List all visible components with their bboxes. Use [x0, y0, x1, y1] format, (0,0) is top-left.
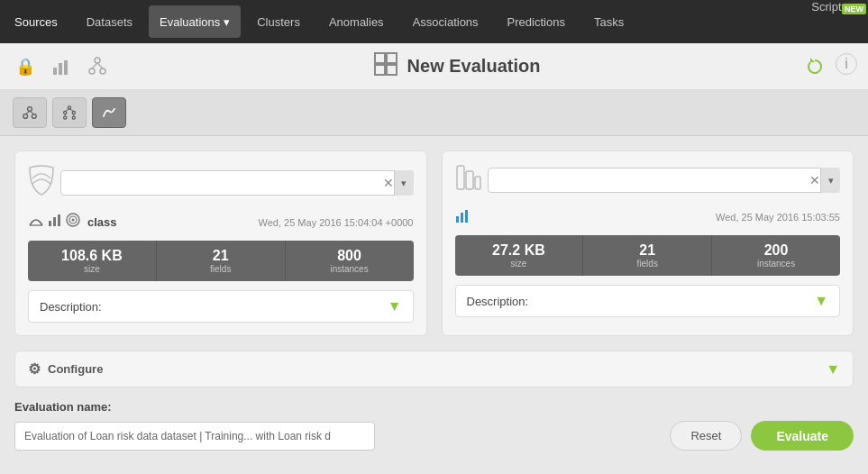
svg-point-17 — [68, 106, 70, 109]
reset-button[interactable]: Reset — [670, 421, 742, 451]
svg-rect-37 — [461, 213, 463, 223]
svg-point-3 — [95, 58, 100, 63]
nav-clusters[interactable]: Clusters — [242, 0, 315, 43]
sub-btn-node-graph[interactable] — [13, 97, 47, 128]
svg-line-22 — [65, 109, 69, 111]
title-grid-icon — [373, 51, 398, 82]
lock-icon[interactable]: 🔒 — [11, 52, 40, 81]
svg-point-12 — [28, 107, 32, 112]
nav-evaluations[interactable]: Evaluations ▾ — [149, 5, 241, 38]
nav-anomalies[interactable]: Anomalies — [315, 0, 398, 43]
left-dataset-input[interactable]: Loan risk data dataset | Training (80%)'… — [60, 170, 414, 196]
svg-line-6 — [92, 63, 97, 68]
svg-rect-27 — [49, 221, 51, 226]
left-clear-button[interactable]: ✕ — [383, 176, 394, 190]
sub-btn-hierarchy[interactable] — [52, 97, 87, 128]
right-stat-fields: 21 fields — [583, 235, 712, 276]
right-dataset-icon — [455, 164, 482, 196]
right-size-value: 27.2 KB — [459, 242, 580, 259]
right-dropdown-button[interactable]: ▾ — [820, 168, 840, 193]
svg-point-21 — [72, 116, 75, 119]
svg-point-5 — [100, 68, 105, 74]
eval-name-input[interactable] — [14, 422, 375, 451]
svg-point-18 — [64, 111, 67, 114]
left-desc-arrow: ▼ — [388, 298, 402, 314]
svg-line-15 — [25, 111, 30, 114]
left-dataset-selector[interactable]: Loan risk data dataset | Training (80%)'… — [60, 170, 414, 196]
svg-rect-10 — [375, 65, 385, 75]
sub-btn-curve[interactable] — [92, 97, 126, 128]
page-title: New Evaluation — [407, 56, 541, 77]
right-bar-icon[interactable] — [455, 207, 471, 226]
new-badge: NEW — [842, 4, 866, 14]
left-instances-label: instances — [289, 264, 410, 274]
svg-line-16 — [30, 111, 34, 114]
evaluate-button[interactable]: Evaluate — [751, 421, 854, 451]
right-desc-arrow: ▼ — [814, 293, 828, 309]
configure-label: Configure — [48, 362, 103, 376]
right-size-label: size — [459, 259, 580, 269]
configure-expand-arrow: ▼ — [826, 361, 840, 378]
left-description-label: Description: — [40, 300, 102, 314]
gear-icon: ⚙ — [28, 360, 41, 378]
configure-section[interactable]: ⚙ Configure ▼ — [14, 351, 854, 387]
right-fields-label: fields — [587, 259, 708, 269]
page-title-area: New Evaluation — [119, 51, 794, 82]
left-card-meta: class Wed, 25 May 2016 15:04:04 +0000 — [28, 213, 414, 232]
right-description-label: Description: — [467, 295, 529, 308]
left-fields-label: fields — [160, 264, 281, 274]
left-target-icon[interactable] — [66, 213, 80, 232]
right-dataset-selector[interactable]: Loan risk data dataset | Test (20%) ✕ ▾ — [488, 168, 841, 193]
svg-rect-8 — [375, 53, 385, 63]
right-clear-button[interactable]: ✕ — [809, 173, 820, 187]
info-icon[interactable]: i — [836, 53, 857, 75]
left-size-label: size — [32, 264, 152, 274]
refresh-icon[interactable] — [801, 53, 828, 80]
svg-rect-35 — [475, 177, 480, 189]
left-target-label: class — [87, 215, 117, 229]
svg-line-23 — [69, 109, 74, 111]
left-meta-icons — [28, 213, 80, 232]
configure-left: ⚙ Configure — [28, 360, 103, 378]
left-description[interactable]: Description: ▼ — [28, 290, 414, 323]
left-eval-icon[interactable] — [28, 213, 44, 232]
right-card-selector: Loan risk data dataset | Test (20%) ✕ ▾ — [455, 164, 841, 196]
left-card-stats: 108.6 KB size 21 fields 800 instances — [28, 241, 414, 281]
svg-rect-2 — [64, 60, 68, 75]
left-stat-fields: 21 fields — [157, 241, 286, 281]
left-model-icon — [28, 164, 55, 202]
svg-rect-36 — [456, 216, 459, 223]
right-instances-value: 200 — [716, 242, 836, 259]
right-stat-size: 27.2 KB size — [455, 235, 584, 276]
bottom-section: Evaluation name: Reset Evaluate — [14, 400, 854, 451]
left-bar-icon[interactable] — [48, 213, 62, 232]
svg-rect-29 — [58, 214, 60, 226]
left-instances-value: 800 — [289, 248, 410, 264]
sub-toolbar — [0, 90, 868, 136]
tree-icon[interactable] — [83, 52, 112, 81]
svg-rect-1 — [59, 63, 62, 75]
nav-tasks[interactable]: Tasks — [580, 0, 638, 43]
nav-associations[interactable]: Associations — [398, 0, 493, 43]
right-meta-icons — [455, 207, 471, 226]
chart-bar-icon[interactable] — [47, 52, 76, 81]
nav-datasets[interactable]: Datasets — [72, 0, 147, 43]
left-stat-size: 108.6 KB size — [28, 241, 157, 281]
main-content: Loan risk data dataset | Training (80%)'… — [0, 136, 868, 351]
svg-point-14 — [32, 114, 36, 119]
left-size-value: 108.6 KB — [32, 248, 152, 264]
nav-predictions[interactable]: Predictions — [493, 0, 580, 43]
left-stat-instances: 800 instances — [286, 241, 414, 281]
svg-rect-11 — [387, 65, 397, 75]
nav-sources[interactable]: Sources — [0, 0, 72, 43]
right-card-stats: 27.2 KB size 21 fields 200 instances — [455, 235, 841, 276]
svg-point-13 — [23, 114, 28, 119]
svg-rect-0 — [53, 68, 57, 75]
toolbar: 🔒 New Evaluation i — [0, 43, 868, 90]
svg-rect-38 — [465, 210, 468, 223]
right-dataset-input[interactable]: Loan risk data dataset | Test (20%) — [488, 168, 841, 193]
right-eval-card: Loan risk data dataset | Test (20%) ✕ ▾ … — [442, 150, 854, 336]
svg-point-20 — [64, 116, 67, 119]
left-dropdown-button[interactable]: ▾ — [394, 170, 414, 196]
right-description[interactable]: Description: ▼ — [455, 285, 841, 317]
